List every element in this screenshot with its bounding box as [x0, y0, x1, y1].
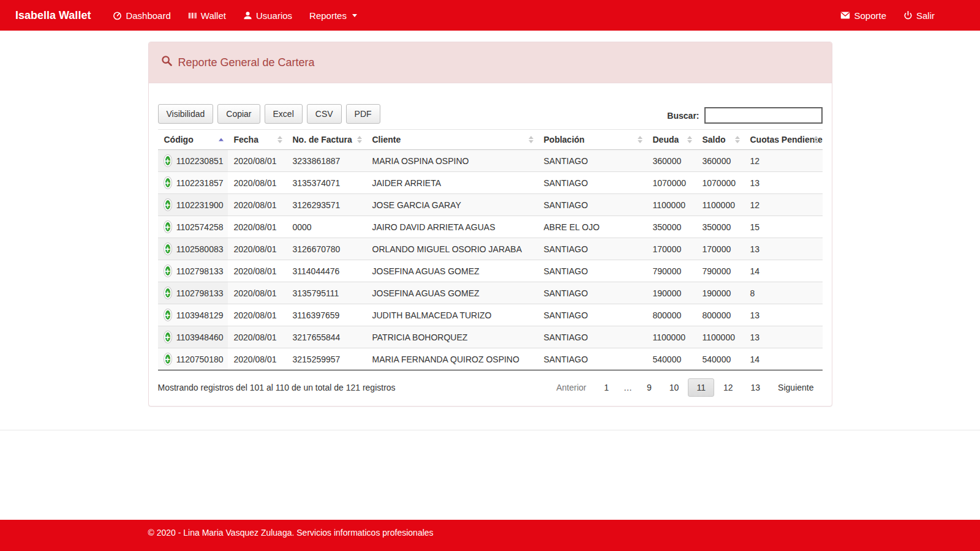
- nav-item-wallet[interactable]: Wallet: [179, 1, 235, 30]
- table-row: +11027981332020/08/013135795111JOSEFINA …: [158, 282, 823, 304]
- pagination-page[interactable]: 10: [661, 378, 688, 397]
- pagination-page[interactable]: 13: [742, 378, 769, 397]
- nav-item-dashboard[interactable]: Dashboard: [104, 1, 179, 30]
- barcode-icon: [188, 11, 197, 20]
- cell-poblacion: SANTIAGO: [538, 150, 647, 172]
- cell-codigo: +1102230851: [158, 150, 228, 172]
- cell-fecha: 2020/08/01: [228, 150, 287, 172]
- column-header-saldo[interactable]: Saldo: [696, 130, 744, 150]
- cell-codigo: +1103948460: [158, 326, 228, 348]
- panel-heading: Reporte General de Cartera: [149, 42, 832, 83]
- table-row: +11039484602020/08/013217655844PATRICIA …: [158, 326, 823, 348]
- search-input[interactable]: [704, 107, 823, 124]
- cell-poblacion: SANTIAGO: [538, 282, 647, 304]
- pagination-page[interactable]: 9: [638, 378, 660, 397]
- report-table: CódigoFechaNo. de FacturaClientePoblació…: [158, 129, 823, 370]
- sort-icons: [219, 138, 224, 141]
- column-header-cuotas-pendientes[interactable]: Cuotas Pendientes: [744, 130, 823, 150]
- column-header-deuda[interactable]: Deuda: [647, 130, 696, 150]
- column-label: Población: [544, 135, 585, 144]
- nav-item-reportes[interactable]: Reportes: [301, 1, 366, 30]
- table-row: +11039481292020/08/013116397659JUDITH BA…: [158, 304, 823, 326]
- pagination-page[interactable]: 12: [715, 378, 742, 397]
- nav-right: Soporte Salir: [832, 1, 943, 30]
- pdf-button[interactable]: PDF: [346, 104, 380, 124]
- cell-no-de-factura: 3114044476: [287, 260, 366, 282]
- table-header-row: CódigoFechaNo. de FacturaClientePoblació…: [158, 130, 823, 150]
- pagination-previous[interactable]: Anterior: [548, 378, 595, 397]
- expand-row-button[interactable]: +: [164, 353, 172, 365]
- cell-deuda: 190000: [647, 282, 696, 304]
- column-header-codigo[interactable]: Código: [158, 130, 228, 150]
- column-header-cliente[interactable]: Cliente: [366, 130, 538, 150]
- cell-value: 1102230851: [176, 156, 224, 166]
- sort-asc-icon: [219, 138, 224, 141]
- cell-saldo: 350000: [696, 216, 744, 238]
- cell-no-de-factura: 3233861887: [287, 150, 366, 172]
- nav-label-salir: Salir: [916, 10, 935, 21]
- sort-icons: [638, 136, 643, 143]
- nav-item-soporte[interactable]: Soporte: [832, 1, 895, 30]
- copiar-button[interactable]: Copiar: [217, 104, 260, 124]
- cell-poblacion: ABRE EL OJO: [538, 216, 647, 238]
- cell-poblacion: SANTIAGO: [538, 238, 647, 260]
- cell-deuda: 350000: [647, 216, 696, 238]
- excel-button[interactable]: Excel: [265, 104, 303, 124]
- brand[interactable]: Isabella Wallet: [15, 9, 91, 22]
- expand-row-button[interactable]: +: [164, 243, 172, 255]
- expand-row-button[interactable]: +: [164, 331, 172, 343]
- sort-desc-icon: [735, 140, 740, 143]
- pagination-page[interactable]: 1: [595, 378, 617, 397]
- expand-row-button[interactable]: +: [164, 287, 172, 299]
- envelope-icon: [840, 11, 850, 20]
- expand-row-button[interactable]: +: [164, 177, 172, 189]
- cell-poblacion: SANTIAGO: [538, 194, 647, 216]
- sort-asc-icon: [357, 136, 362, 139]
- cell-no-de-factura: 3116397659: [287, 304, 366, 326]
- column-header-no-de-factura[interactable]: No. de Factura: [287, 130, 366, 150]
- cell-cliente: MARIA FERNANDA QUIROZ OSPINO: [366, 348, 538, 370]
- cell-deuda: 1070000: [647, 172, 696, 194]
- visibilidad-button[interactable]: Visibilidad: [158, 104, 214, 124]
- cell-cliente: MARIA OSPINA OSPINO: [366, 150, 538, 172]
- expand-row-button[interactable]: +: [164, 155, 172, 167]
- cell-value: 1102574258: [176, 222, 224, 232]
- pagination-page-current[interactable]: 11: [688, 378, 714, 397]
- column-header-poblacion[interactable]: Población: [538, 130, 647, 150]
- expand-row-button[interactable]: +: [164, 199, 172, 211]
- expand-row-button[interactable]: +: [164, 265, 172, 277]
- table-footer: Mostrando registros del 101 al 110 de un…: [158, 370, 823, 397]
- cell-saldo: 1070000: [696, 172, 744, 194]
- expand-row-button[interactable]: +: [164, 309, 172, 321]
- nav-left: Dashboard Wallet Usuarios Reportes: [104, 1, 832, 30]
- cell-value: 1103948129: [176, 310, 224, 320]
- pagination-ellipsis: …: [618, 378, 638, 397]
- pagination-next[interactable]: Siguiente: [769, 378, 822, 397]
- cell-deuda: 170000: [647, 238, 696, 260]
- expand-row-button[interactable]: +: [164, 221, 172, 233]
- sort-desc-icon: [638, 140, 643, 143]
- column-header-fecha[interactable]: Fecha: [228, 130, 287, 150]
- cell-saldo: 790000: [696, 260, 744, 282]
- sort-icons: [357, 136, 362, 143]
- nav-item-salir[interactable]: Salir: [895, 1, 943, 30]
- column-label: Cuotas Pendientes: [750, 135, 823, 144]
- cell-cuotas-pendientes: 14: [744, 348, 823, 370]
- table-row: +11207501802020/08/013215259957MARIA FER…: [158, 348, 823, 370]
- caret-down-icon: [352, 14, 357, 17]
- cell-codigo: +1102798133: [158, 282, 228, 304]
- cell-codigo: +1103948129: [158, 304, 228, 326]
- cell-poblacion: SANTIAGO: [538, 348, 647, 370]
- search-label: Buscar:: [667, 111, 699, 121]
- csv-button[interactable]: CSV: [307, 104, 342, 124]
- cell-poblacion: SANTIAGO: [538, 260, 647, 282]
- column-label: Código: [164, 135, 194, 144]
- sort-desc-icon: [687, 140, 692, 143]
- nav-item-usuarios[interactable]: Usuarios: [235, 1, 301, 30]
- column-label: No. de Factura: [293, 135, 352, 144]
- pagination: Anterior1…910111213Siguiente: [547, 378, 822, 397]
- cell-cliente: JAIRO DAVID ARRIETA AGUAS: [366, 216, 538, 238]
- cell-no-de-factura: 3126670780: [287, 238, 366, 260]
- cell-deuda: 1100000: [647, 194, 696, 216]
- sort-asc-icon: [687, 136, 692, 139]
